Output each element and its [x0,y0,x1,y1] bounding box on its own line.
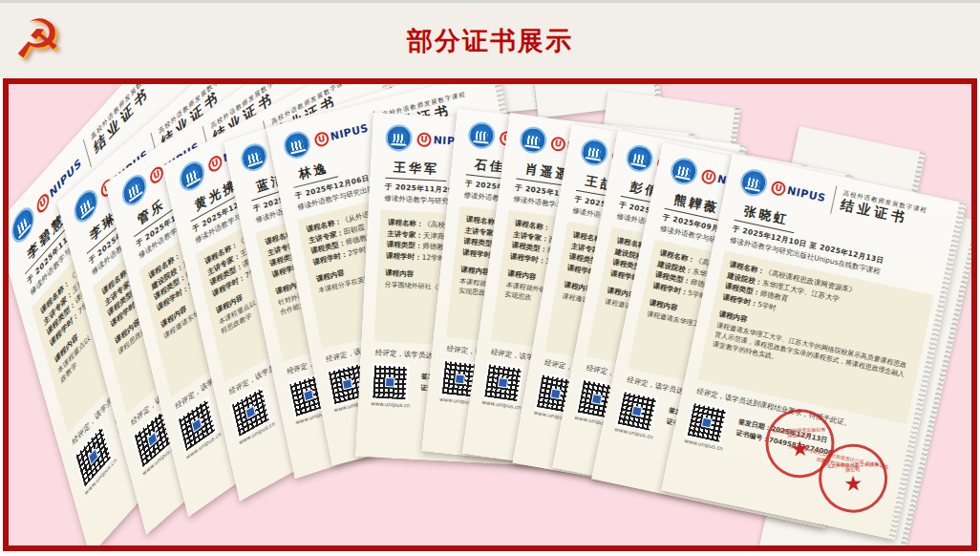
qr-block: www.unipus.cn [481,362,526,410]
qr-code [371,363,409,401]
unipus-u-icon: U [416,132,432,147]
qr-block: www.unipus.cn [614,390,662,440]
university-badge-icon [738,167,770,199]
university-badge-icon [624,142,655,174]
university-badge-icon [518,125,548,156]
slide-header: ☭ 部分证书展示 [0,0,980,78]
sheet-edge-pattern [910,152,926,198]
unipus-u-icon: U [770,180,787,197]
qr-code [685,401,728,444]
qr-center-logo-icon [550,388,562,399]
university-badge-icon [669,156,700,187]
qr-center-logo-icon [631,406,643,417]
unipus-stamp-icon: 北京外研在线数字科技有限公司 ★ [818,442,888,513]
qr-code [615,390,658,433]
star-icon: ★ [790,438,809,460]
university-badge-icon [385,124,413,152]
qr-block: www.unipus.cn [371,363,413,408]
header-divider [83,139,92,168]
unipus-logo-text: NIPUS [786,183,827,203]
university-badge-icon [467,120,497,150]
unipus-logo-text: NIPUS [330,121,370,143]
star-icon: ★ [843,473,863,495]
unipus-logo: U NIPUS [770,180,827,205]
unipus-u-icon: U [207,153,224,174]
unipus-u-icon: U [700,168,717,185]
unipus-u-icon: U [313,130,330,147]
qr-center-logo-icon [385,377,395,388]
qr-center-logo-icon [591,394,603,405]
page-title: 部分证书展示 [0,24,980,58]
qr-block: www.unipus.cn [230,384,276,446]
student-name: 王华军 [385,159,447,182]
certificates-board: 线数字课程 U NIPUS 高校外语教师发展数字课程 结业证书 [3,78,977,551]
slide: ☭ 部分证书展示 线数字课程 U NIPUS 高校外语教师发展数字课程 [0,0,980,556]
unipus-u-icon: U [550,136,566,152]
unipus-u-icon: U [35,189,51,216]
header-divider [830,185,837,214]
qr-block: www.unipus.cn [684,401,732,452]
qr-code [482,362,523,403]
university-badge-icon [579,137,609,167]
qr-center-logo-icon [701,417,713,429]
qr-caption: www.unipus.cn [371,400,411,408]
qr-center-logo-icon [498,377,508,388]
qr-center-logo-icon [455,374,465,384]
